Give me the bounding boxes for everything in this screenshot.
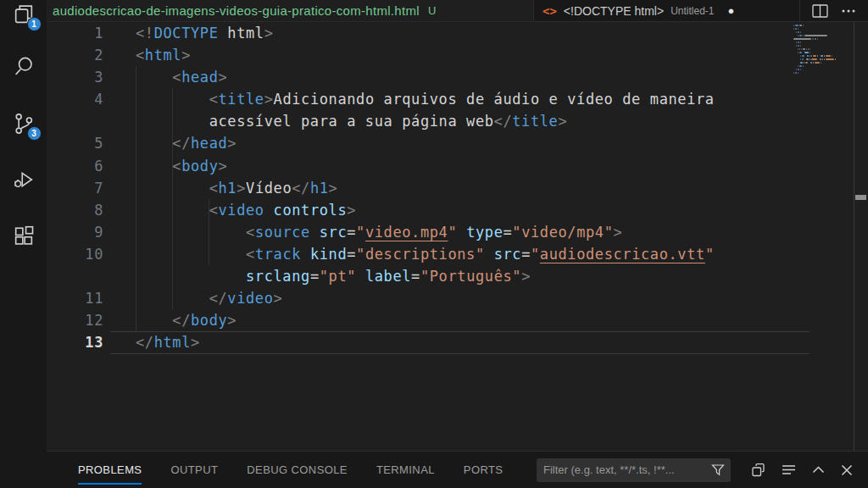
activity-bar: 1 3 bbox=[0, 0, 47, 488]
html-file-icon: <> bbox=[542, 4, 557, 18]
code-text: acessível para a sua página web</title> bbox=[103, 110, 567, 132]
code-line[interactable]: 13</html> bbox=[47, 331, 854, 353]
code-line[interactable]: 4 <title>Adicionando arquivos de áudio e… bbox=[47, 88, 854, 110]
tab-audiodescricao-file[interactable]: audiodescricao-de-imagens-videos-guia-pr… bbox=[47, 0, 534, 21]
code-line[interactable]: 12 </body> bbox=[47, 309, 854, 331]
line-number[interactable]: 10 bbox=[47, 243, 103, 265]
tab-problems[interactable]: PROBLEMS bbox=[78, 452, 142, 488]
sidebar-item-run-debug[interactable] bbox=[0, 163, 47, 197]
code-text: </html> bbox=[103, 331, 200, 353]
untitled-tab-label: <!DOCTYPE html> bbox=[564, 4, 664, 18]
explorer-badge: 1 bbox=[27, 17, 42, 31]
code-line[interactable]: srclang="pt" label="Português"> bbox=[47, 265, 854, 287]
code-editor[interactable]: 1<!DOCTYPE html>2<html>3 <head>4 <title>… bbox=[47, 22, 868, 451]
code-text: srclang="pt" label="Português"> bbox=[103, 265, 531, 287]
line-number[interactable]: 4 bbox=[47, 88, 103, 110]
search-icon bbox=[12, 54, 36, 78]
minimap[interactable] bbox=[793, 25, 846, 75]
menu-lines-icon[interactable] bbox=[782, 464, 796, 475]
more-actions-icon[interactable] bbox=[841, 8, 856, 14]
tab-untitled-1[interactable]: <> <!DOCTYPE html> Untitled-1 ● bbox=[534, 0, 800, 21]
sidebar-item-explorer[interactable]: 1 bbox=[0, 0, 47, 31]
code-text: <video controls> bbox=[103, 199, 356, 221]
line-number[interactable]: 1 bbox=[47, 22, 103, 44]
code-line[interactable]: 1<!DOCTYPE html> bbox=[47, 22, 854, 44]
code-text: <h1>Vídeo</h1> bbox=[103, 177, 337, 199]
sidebar-item-extensions[interactable] bbox=[0, 219, 47, 252]
code-text: <title>Adicionando arquivos de áudio e v… bbox=[103, 88, 715, 110]
code-text: </head> bbox=[103, 132, 236, 154]
source-control-icon: 3 bbox=[12, 112, 36, 136]
sidebar-item-search[interactable] bbox=[0, 49, 47, 83]
panel-actions bbox=[751, 463, 868, 477]
code-line[interactable]: acessível para a sua página web</title> bbox=[47, 110, 854, 132]
code-text: <track kind="descriptions" src="audiodes… bbox=[103, 243, 715, 265]
code-text: <!DOCTYPE html> bbox=[103, 22, 274, 44]
line-number[interactable]: 11 bbox=[47, 287, 103, 309]
code-text: <source src="video.mp4" type="video/mp4"… bbox=[103, 221, 622, 243]
line-number[interactable]: 12 bbox=[47, 309, 103, 331]
code-line[interactable]: 8 <video controls> bbox=[47, 199, 854, 221]
filter-icon[interactable] bbox=[711, 463, 725, 476]
run-debug-icon bbox=[12, 168, 36, 191]
dirty-indicator-icon: ● bbox=[727, 4, 734, 17]
tab-debug-console[interactable]: DEBUG CONSOLE bbox=[247, 452, 348, 488]
filter-input[interactable] bbox=[543, 463, 711, 476]
line-number[interactable] bbox=[47, 110, 103, 132]
code-line[interactable]: 3 <head> bbox=[47, 66, 854, 88]
code-line[interactable]: 10 <track kind="descriptions" src="audio… bbox=[47, 243, 854, 265]
code-line[interactable]: 9 <source src="video.mp4" type="video/mp… bbox=[47, 221, 854, 243]
tab-output[interactable]: OUTPUT bbox=[170, 452, 218, 488]
code-text: </body> bbox=[103, 309, 236, 331]
line-number[interactable]: 9 bbox=[47, 221, 103, 243]
editor-tab-bar: audiodescricao-de-imagens-videos-guia-pr… bbox=[47, 0, 868, 22]
line-number[interactable]: 8 bbox=[47, 199, 103, 221]
editor-actions bbox=[800, 0, 868, 21]
code-text: <head> bbox=[103, 66, 227, 88]
tab-ports[interactable]: PORTS bbox=[464, 452, 504, 488]
files-icon: 1 bbox=[12, 3, 36, 26]
line-number[interactable]: 6 bbox=[47, 155, 103, 177]
copy-icon[interactable] bbox=[751, 463, 765, 477]
source-control-badge: 3 bbox=[27, 126, 42, 141]
code-line[interactable]: 6 <body> bbox=[47, 155, 854, 177]
code-area[interactable]: 1<!DOCTYPE html>2<html>3 <head>4 <title>… bbox=[47, 22, 854, 353]
file-tab-label: audiodescricao-de-imagens-videos-guia-pr… bbox=[53, 3, 420, 18]
editor-scrollbar[interactable] bbox=[854, 22, 868, 451]
code-line[interactable]: 7 <h1>Vídeo</h1> bbox=[47, 177, 854, 199]
untitled-tab-description: Untitled-1 bbox=[670, 5, 714, 17]
line-number[interactable]: 7 bbox=[47, 177, 103, 199]
bottom-panel: PROBLEMS OUTPUT DEBUG CONSOLE TERMINAL P… bbox=[47, 451, 868, 488]
sidebar-item-source-control[interactable]: 3 bbox=[0, 107, 47, 141]
problems-filter bbox=[537, 458, 731, 482]
line-number[interactable]: 3 bbox=[47, 66, 103, 88]
line-number[interactable]: 5 bbox=[47, 132, 103, 154]
chevron-up-icon[interactable] bbox=[812, 466, 825, 474]
code-text: <body> bbox=[103, 155, 227, 177]
close-icon[interactable] bbox=[841, 464, 853, 476]
panel-tabs: PROBLEMS OUTPUT DEBUG CONSOLE TERMINAL P… bbox=[78, 452, 503, 488]
code-line[interactable]: 11 </video> bbox=[47, 287, 854, 309]
line-number[interactable]: 13 bbox=[47, 331, 103, 353]
code-line[interactable]: 5 </head> bbox=[47, 132, 854, 154]
line-number[interactable] bbox=[47, 265, 103, 287]
overview-ruler-marker bbox=[855, 195, 866, 200]
tab-terminal[interactable]: TERMINAL bbox=[376, 452, 435, 488]
split-editor-icon[interactable] bbox=[812, 4, 828, 18]
code-text: </video> bbox=[103, 287, 282, 309]
code-text: <html> bbox=[103, 44, 191, 66]
extensions-icon bbox=[12, 224, 36, 247]
code-line[interactable]: 2<html> bbox=[47, 44, 854, 66]
git-untracked-badge: U bbox=[428, 4, 436, 17]
line-number[interactable]: 2 bbox=[47, 44, 103, 66]
